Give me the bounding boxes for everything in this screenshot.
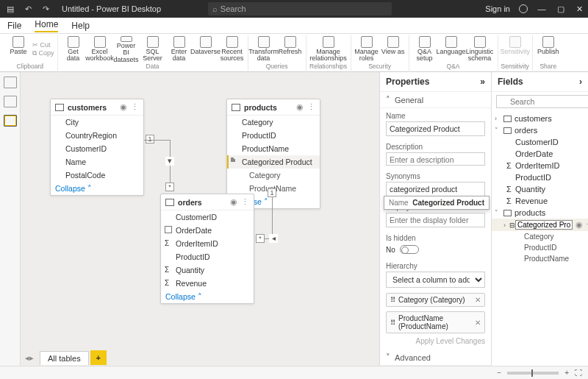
minimize-button[interactable]: —	[537, 4, 547, 13]
sql-button[interactable]: SQL Server	[140, 35, 165, 63]
tab-all-tables[interactable]: All tables	[40, 351, 89, 365]
relation-line[interactable]	[272, 197, 273, 238]
redo-icon[interactable]: ↷	[38, 4, 53, 14]
fields-col[interactable]: ΣQuantity	[492, 183, 588, 195]
menu-home[interactable]: Home	[35, 19, 58, 32]
visibility-icon[interactable]: ◉	[230, 197, 237, 207]
zoom-slider[interactable]	[507, 372, 559, 375]
more-icon[interactable]: ⋮	[307, 102, 315, 112]
fields-col[interactable]: ProductID	[492, 171, 588, 183]
qa-setup-button[interactable]: Q&A setup	[412, 35, 437, 63]
table-orders[interactable]: orders◉⋮ CustomerID OrderDate ΣOrderItem…	[160, 194, 254, 304]
hierarchy-categorized-product[interactable]: Categorized Product	[227, 155, 320, 169]
menu-file[interactable]: File	[7, 21, 21, 31]
zoom-in-button[interactable]: +	[564, 369, 569, 377]
fields-table-orders[interactable]: ˅orders	[492, 124, 588, 136]
field-quantity[interactable]: ΣQuantity	[161, 263, 254, 277]
fields-col[interactable]: ΣOrderItemID	[492, 160, 588, 171]
hierarchy-level-pill[interactable]: ⠿ProductName (ProductName)✕	[386, 311, 485, 333]
field-customerid[interactable]: CustomerID	[51, 142, 143, 155]
fields-col[interactable]: OrderDate	[492, 148, 588, 160]
manage-relationships-button[interactable]: Manage relationships	[309, 35, 348, 63]
copy-button[interactable]: ⧉ Copy	[32, 49, 54, 57]
visibility-icon[interactable]: ◉	[296, 102, 304, 112]
add-layout-button[interactable]: +	[90, 350, 107, 365]
paste-button[interactable]: Paste	[6, 35, 31, 63]
field-customerid[interactable]: CustomerID	[161, 210, 254, 224]
save-icon[interactable]: ▤	[3, 4, 18, 14]
is-hidden-toggle[interactable]: No	[386, 245, 485, 254]
fields-hierarchy-categorized-product[interactable]: › ⊟ ◉ ⋯	[492, 219, 588, 231]
field-category[interactable]: Category	[227, 116, 320, 129]
close-button[interactable]: ✕	[575, 4, 585, 14]
excel-button[interactable]: Excel workbook	[87, 35, 112, 63]
manage-roles-button[interactable]: Manage roles	[354, 35, 379, 63]
language-button[interactable]: Language	[439, 35, 464, 63]
field-orderitemid[interactable]: ΣOrderItemID	[161, 237, 254, 250]
field-postalcode[interactable]: PostalCode	[51, 169, 143, 182]
menu-help[interactable]: Help	[71, 21, 90, 31]
visibility-icon[interactable]: ◉	[120, 102, 127, 112]
more-icon[interactable]: ⋮	[131, 102, 139, 112]
remove-icon[interactable]: ✕	[475, 319, 481, 327]
undo-icon[interactable]: ↶	[21, 4, 35, 14]
table-customers[interactable]: customers◉⋮ City CountryRegion CustomerI…	[50, 99, 144, 196]
fields-col[interactable]: ProductName	[492, 253, 588, 264]
visibility-icon[interactable]: ◉	[576, 220, 583, 230]
display-folder-input[interactable]	[386, 213, 485, 227]
model-view-button[interactable]	[4, 115, 17, 127]
section-advanced[interactable]: ˅Advanced	[386, 353, 485, 362]
relation-line[interactable]	[144, 140, 170, 141]
rename-input[interactable]	[515, 220, 573, 230]
report-view-button[interactable]	[4, 77, 17, 88]
field-productname[interactable]: ProductName	[227, 142, 320, 155]
fit-to-page-button[interactable]: ⛶	[575, 369, 582, 377]
cut-button[interactable]: ✂ Cut	[32, 41, 54, 49]
collapse-pane-icon[interactable]: »	[480, 77, 485, 87]
signin-link[interactable]: Sign in	[485, 4, 510, 13]
fields-table-products[interactable]: ˅products	[492, 207, 588, 219]
title-search[interactable]: ⌕ Search	[208, 2, 392, 15]
account-circle-icon[interactable]	[519, 4, 528, 13]
section-general[interactable]: ˄General	[386, 95, 485, 105]
field-productid[interactable]: ProductID	[161, 250, 254, 263]
expand-pane-icon[interactable]: ›	[579, 77, 582, 87]
model-canvas[interactable]: customers◉⋮ City CountryRegion CustomerI…	[21, 72, 379, 366]
view-as-button[interactable]: View as	[381, 35, 406, 63]
fields-col[interactable]: Category	[492, 231, 588, 242]
fields-table-customers[interactable]: ›customers	[492, 113, 588, 124]
hierarchy-add-level-select[interactable]: Select a column to add level...	[386, 272, 485, 288]
tab-nav-right-icon[interactable]: ▸	[29, 353, 34, 363]
field-name[interactable]: Name	[51, 155, 143, 169]
collapse-link[interactable]: Collapse ˄	[161, 290, 254, 303]
field-productid[interactable]: ProductID	[227, 129, 320, 142]
fields-search-input[interactable]	[496, 95, 588, 108]
field-countryregion[interactable]: CountryRegion	[51, 129, 143, 142]
description-input[interactable]	[386, 152, 485, 166]
maximize-button[interactable]: ▢	[556, 4, 566, 14]
enter-data-button[interactable]: Enter data	[167, 35, 192, 63]
name-input[interactable]	[386, 121, 485, 136]
transform-data-button[interactable]: Transform data	[251, 35, 276, 63]
recent-sources-button[interactable]: Recent sources	[220, 35, 245, 63]
pbi-datasets-button[interactable]: Power BI datasets	[114, 35, 139, 63]
data-view-button[interactable]	[4, 96, 17, 107]
get-data-button[interactable]: Get data	[61, 35, 86, 63]
remove-icon[interactable]: ✕	[475, 296, 481, 304]
dataverse-button[interactable]: Dataverse	[193, 35, 218, 63]
field-orderdate[interactable]: OrderDate	[161, 224, 254, 237]
field-city[interactable]: City	[51, 116, 143, 129]
fields-col[interactable]: ProductID	[492, 242, 588, 253]
refresh-button[interactable]: Refresh	[278, 35, 303, 63]
hierarchy-level-pill[interactable]: ⠿Category (Category)✕	[386, 293, 485, 307]
hierarchy-level-category[interactable]: Category	[227, 169, 320, 182]
field-revenue[interactable]: ΣRevenue	[161, 277, 254, 290]
collapse-link[interactable]: Collapse ˄	[51, 182, 143, 195]
fields-col[interactable]: CustomerID	[492, 136, 588, 148]
fields-col[interactable]: ΣRevenue	[492, 195, 588, 207]
linguistic-schema-button[interactable]: Linguistic schema	[465, 35, 495, 63]
publish-button[interactable]: Publish	[536, 35, 561, 63]
zoom-out-button[interactable]: −	[497, 369, 501, 377]
synonyms-input[interactable]	[386, 182, 485, 196]
table-icon	[165, 199, 174, 206]
